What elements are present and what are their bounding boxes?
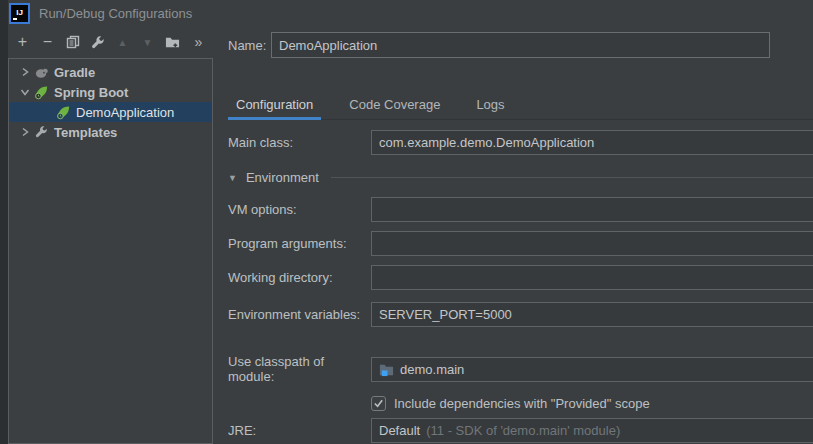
vm-options-input[interactable]	[371, 197, 813, 222]
wrench-icon	[90, 35, 105, 50]
add-configuration-button[interactable]: +	[10, 31, 35, 53]
configurations-tree: Gradle Spring Boo	[8, 58, 213, 444]
jre-label: JRE:	[228, 423, 371, 438]
tree-item-gradle[interactable]: Gradle	[9, 62, 212, 82]
spring-boot-icon	[33, 84, 49, 100]
use-classpath-row: Use classpath of module: demo.main	[228, 354, 813, 384]
name-input[interactable]	[271, 32, 770, 58]
environment-variables-row: Environment variables:	[228, 302, 813, 327]
tree-item-label: Spring Boot	[54, 85, 128, 100]
main-class-input[interactable]	[371, 130, 813, 155]
environment-variables-input[interactable]	[371, 302, 813, 327]
gradle-elephant-icon	[33, 64, 49, 80]
intellij-logo-icon: IJ	[9, 3, 30, 24]
collapse-triangle-icon[interactable]: ▼	[228, 173, 237, 183]
jre-value: Default	[379, 423, 420, 438]
tab-logs[interactable]: Logs	[468, 92, 512, 119]
editor-tabs: Configuration Code Coverage Logs	[228, 92, 813, 120]
name-label: Name:	[228, 38, 271, 53]
chevron-right-icon[interactable]	[17, 124, 33, 140]
tree-item-spring-boot[interactable]: Spring Boot	[9, 82, 212, 102]
working-directory-row: Working directory:	[228, 265, 813, 290]
remove-configuration-button[interactable]: −	[35, 31, 60, 53]
vm-options-label: VM options:	[228, 202, 371, 217]
module-icon	[379, 362, 394, 377]
jre-row: JRE: Default (11 - SDK of 'demo.main' mo…	[228, 418, 813, 443]
edit-templates-button[interactable]	[85, 31, 110, 53]
name-row: Name:	[228, 32, 813, 58]
move-up-button[interactable]: ▲	[110, 31, 135, 53]
chevron-down-icon[interactable]	[17, 84, 33, 100]
provided-scope-checkbox[interactable]	[371, 396, 386, 411]
tree-item-demoapplication[interactable]: DemoApplication	[9, 102, 212, 122]
jre-hint: (11 - SDK of 'demo.main' module)	[426, 423, 620, 438]
wrench-icon	[33, 124, 49, 140]
vm-options-row: VM options:	[228, 197, 813, 222]
window-left-edge	[0, 0, 8, 444]
section-divider	[331, 177, 813, 178]
folder-plus-icon	[165, 35, 180, 50]
use-classpath-label: Use classpath of module:	[228, 354, 371, 384]
tab-code-coverage[interactable]: Code Coverage	[341, 92, 448, 119]
title-bar: IJ Run/Debug Configurations	[8, 0, 813, 26]
jre-combobox[interactable]: Default (11 - SDK of 'demo.main' module)	[371, 418, 813, 443]
configurations-sidebar: + −	[8, 26, 213, 444]
main-class-label: Main class:	[228, 135, 371, 150]
program-arguments-input[interactable]	[371, 231, 813, 256]
tree-item-label: Gradle	[54, 65, 95, 80]
provided-scope-label[interactable]: Include dependencies with "Provided" sco…	[394, 396, 650, 411]
dialog-title: Run/Debug Configurations	[39, 6, 192, 21]
working-directory-label: Working directory:	[228, 270, 371, 285]
run-debug-configurations-dialog: IJ Run/Debug Configurations + −	[0, 0, 813, 444]
module-classpath-combobox[interactable]: demo.main	[371, 357, 813, 382]
program-arguments-row: Program arguments:	[228, 231, 813, 256]
main-class-row: Main class:	[228, 130, 813, 155]
tree-item-templates[interactable]: Templates	[9, 122, 212, 142]
sidebar-toolbar: + −	[8, 26, 213, 58]
program-arguments-label: Program arguments:	[228, 236, 371, 251]
provided-scope-row: Include dependencies with "Provided" sco…	[228, 396, 813, 411]
move-down-button[interactable]: ▼	[135, 31, 160, 53]
create-folder-button[interactable]	[160, 31, 185, 53]
working-directory-input[interactable]	[371, 265, 813, 290]
more-actions-button[interactable]: »	[186, 31, 211, 53]
copy-configuration-button[interactable]	[60, 31, 85, 53]
tab-configuration[interactable]: Configuration	[228, 92, 321, 119]
environment-section-title: Environment	[246, 170, 319, 185]
configuration-editor-panel: Name: Configuration Code Coverage Logs M…	[213, 26, 813, 444]
spring-boot-icon	[55, 104, 71, 120]
chevron-right-icon[interactable]	[17, 64, 33, 80]
tree-item-label: Templates	[54, 125, 117, 140]
module-name: demo.main	[400, 362, 464, 377]
tree-item-label: DemoApplication	[76, 105, 174, 120]
environment-section-header[interactable]: ▼ Environment	[228, 170, 813, 185]
environment-variables-label: Environment variables:	[228, 307, 371, 322]
copy-icon	[66, 35, 80, 49]
